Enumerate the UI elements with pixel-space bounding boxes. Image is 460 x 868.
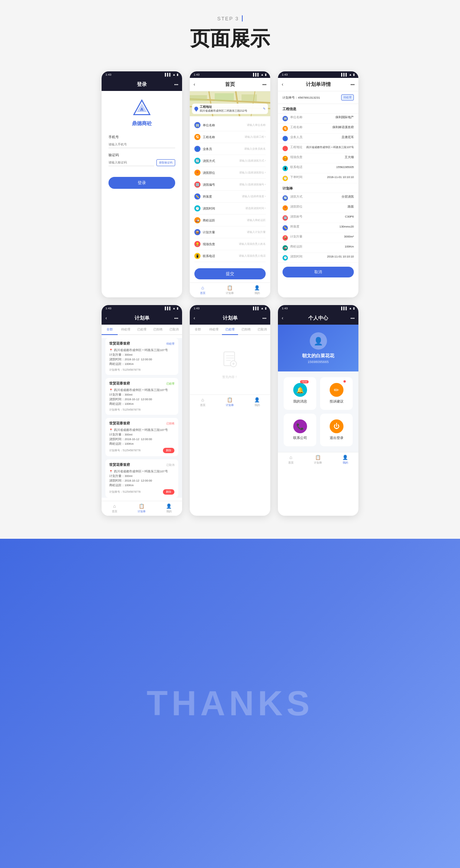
cancel-button[interactable]: 取消 — [283, 267, 354, 277]
home-nav-title: 首页 — [225, 81, 235, 88]
detail-wifi-icon: ▲ — [349, 73, 352, 76]
nav-item-plan[interactable]: 📋 计划单 — [226, 285, 234, 295]
location-banner: 工程地址 四川省成都市成华区二环路东三段212号 ✎ — [192, 104, 268, 114]
empty-nav-plan[interactable]: 📋 计划单 — [226, 397, 234, 407]
login-more-icon[interactable]: ••• — [174, 83, 178, 87]
tab-all[interactable]: 全部 — [102, 325, 118, 335]
detail-pvol-icon: 📦 — [283, 235, 288, 241]
plan-nav-me[interactable]: 👤 我的 — [166, 503, 172, 513]
profile-nav-me[interactable]: 👤 我的 — [342, 455, 348, 465]
login-button[interactable]: 登录 — [108, 177, 175, 189]
profile-signal-icon: ▌▌▌ — [341, 307, 348, 310]
nav-item-me[interactable]: 👤 我的 — [254, 285, 260, 295]
plan-me-label: 我的 — [166, 510, 172, 513]
menu-card-messages[interactable]: 🔔 我的消息 NEW — [284, 377, 316, 410]
nav-item-home[interactable]: ⌂ 首页 — [200, 285, 205, 295]
empty-tab-done[interactable]: 已处理 — [222, 325, 238, 335]
home-status-icons: ▌▌▌ ▲ ▮ — [253, 73, 266, 76]
tab-cancelled[interactable]: 已取消 — [166, 325, 182, 334]
plan-status-1: 待处理 — [166, 342, 174, 346]
empty-nav-me[interactable]: 👤 我的 — [254, 397, 260, 407]
plan-vol-4: 计划方量：300ml — [109, 474, 174, 479]
project-info-title: 工程信息 — [278, 104, 358, 114]
empty-me-label: 我的 — [255, 403, 260, 407]
phone-input[interactable] — [108, 141, 175, 148]
plan-card-2: 世贸花香首府 已处理 📍 四川省成都市成华区一环路东三段107号 计划方量：30… — [105, 378, 178, 415]
code-input[interactable] — [108, 159, 154, 166]
empty-more-icon[interactable]: ••• — [262, 316, 266, 320]
tab-pending[interactable]: 待处理 — [118, 325, 134, 334]
login-status-icons: ▌▌▌ ▲ ▮ — [165, 73, 178, 76]
thanks-section: THANKS — [0, 539, 460, 868]
empty-nav-home[interactable]: ⌂ 首页 — [200, 397, 205, 407]
home-bottom-nav: ⌂ 首页 📋 计划单 👤 我的 — [190, 282, 270, 297]
plan-info-1: 📍 四川省成都市成华区一环路东三段107号 计划方量：300ml 浇筑时间：20… — [109, 348, 174, 366]
edit-icon[interactable]: ✎ — [263, 107, 266, 111]
form-row-vol: 📦 计划方量 请输入计划方量 — [194, 226, 266, 238]
menu-card-logout[interactable]: ⏻ 退出登录 — [320, 414, 353, 446]
home-nav: ‹ 首页 ••• — [190, 78, 270, 91]
profile-home-icon: ⌂ — [289, 455, 292, 460]
menu-card-feedback[interactable]: ✏ 投诉建议 — [320, 377, 353, 410]
home-nav-label: 首页 — [200, 291, 205, 295]
tab-rejected[interactable]: 已拒绝 — [150, 325, 166, 334]
delete-btn-3[interactable]: 删除 — [163, 448, 174, 453]
detail-nav: ‹ 计划单详情 ••• — [278, 78, 358, 91]
profile-wifi-icon: ▲ — [349, 307, 352, 310]
plan-time-1: 浇筑时间：2018-10-12 12:00:00 — [109, 357, 174, 362]
empty-tab-pending[interactable]: 待处理 — [206, 325, 222, 334]
form-row-dist: 🚛 商砼运距 请输入商砼运距 — [194, 215, 266, 226]
detail-more-icon[interactable]: ••• — [350, 83, 355, 87]
detail-status-icons: ▌▌▌ ▲ ▮ — [341, 73, 355, 76]
empty-home-icon: ⌂ — [201, 397, 204, 403]
submit-button[interactable]: 提交 — [194, 268, 266, 279]
plan-more-icon[interactable]: ••• — [174, 316, 178, 320]
plan-name-4: 世贸花香首府 — [109, 462, 130, 467]
feedback-label: 投诉建议 — [330, 399, 343, 404]
empty-tab-cancelled[interactable]: 已取消 — [254, 325, 270, 334]
form-row-code: 🔢 浇筑编号 请输入/选择浇筑编号 › — [194, 179, 266, 191]
logo-svg: A — [132, 99, 151, 118]
plan-nav-plan[interactable]: 📋 计划单 — [138, 503, 146, 513]
thanks-text: THANKS — [147, 684, 314, 723]
plan-back-icon[interactable]: ‹ — [105, 315, 107, 321]
profile-nav: ‹ 个人中心 ••• — [278, 312, 358, 325]
step-divider — [242, 15, 243, 21]
plan-time-4: 浇筑时间：2018-10-12 12:00:00 — [109, 479, 174, 483]
home-back-icon[interactable]: ‹ — [194, 82, 195, 87]
tab-done[interactable]: 已处理 — [134, 325, 150, 334]
code-field: 验证码 获取验证码 — [108, 153, 175, 166]
delete-btn-4[interactable]: 删除 — [163, 489, 174, 495]
empty-back-icon[interactable]: ‹ — [194, 315, 195, 321]
page-header: STEP 3 页面展示 — [0, 0, 460, 64]
empty-tab-all[interactable]: 全部 — [190, 325, 206, 334]
home-signal-icon: ▌▌▌ — [253, 73, 260, 76]
me-nav-icon: 👤 — [254, 285, 260, 290]
empty-signal-icon: ▌▌▌ — [253, 307, 260, 310]
logo-name: 鼎德商砼 — [132, 120, 152, 127]
messages-badge: NEW — [300, 380, 309, 383]
profile-more-icon[interactable]: ••• — [350, 316, 355, 320]
detail-unit-icon: 🏢 — [283, 116, 288, 121]
profile-nav-home[interactable]: ⌂ 首页 — [288, 455, 294, 465]
form-row-project: 🏗 工程名称 请输入/选择工程 › — [194, 131, 266, 143]
profile-back-icon[interactable]: ‹ — [282, 315, 283, 321]
menu-card-contact[interactable]: 📞 联系公司 — [284, 414, 316, 446]
detail-back-icon[interactable]: ‹ — [282, 82, 283, 87]
home-screen: 1:43 ▌▌▌ ▲ ▮ ‹ 首页 ••• — [190, 71, 270, 297]
order-num-label: 计划单号： — [283, 96, 298, 99]
get-code-button[interactable]: 获取验证码 — [156, 159, 175, 166]
detail-pcode-row: 🔢 浇筑标号 C30P6 — [278, 213, 358, 223]
plan-nav-home[interactable]: ⌂ 首页 — [112, 503, 117, 513]
home-more-icon[interactable]: ••• — [262, 83, 266, 87]
plan-nav: ‹ 计划单 ••• — [102, 312, 182, 325]
detail-tel-icon: 📱 — [283, 166, 288, 171]
plan-footer-2: 计划单号：512545878778 — [109, 408, 174, 412]
profile-nav-plan[interactable]: 📋 计划单 — [314, 455, 322, 465]
plan-status-2: 已处理 — [166, 382, 174, 386]
screens-grid: 1:43 ▌▌▌ ▲ ▮ ••• 登录 A 鼎德商砼 手机号 — [0, 64, 460, 523]
empty-plan-screen: 1:43 ▌▌▌ ▲ ▮ ‹ 计划单 ••• 全部 待处理 已处理 已拒绝 已取… — [190, 305, 270, 516]
empty-tab-rejected[interactable]: 已拒绝 — [238, 325, 254, 334]
profile-home-label: 首页 — [288, 461, 294, 465]
plan-list: 世贸花香首府 待处理 📍 四川省成都市成华区一环路东三段107号 计划方量：30… — [102, 338, 182, 498]
